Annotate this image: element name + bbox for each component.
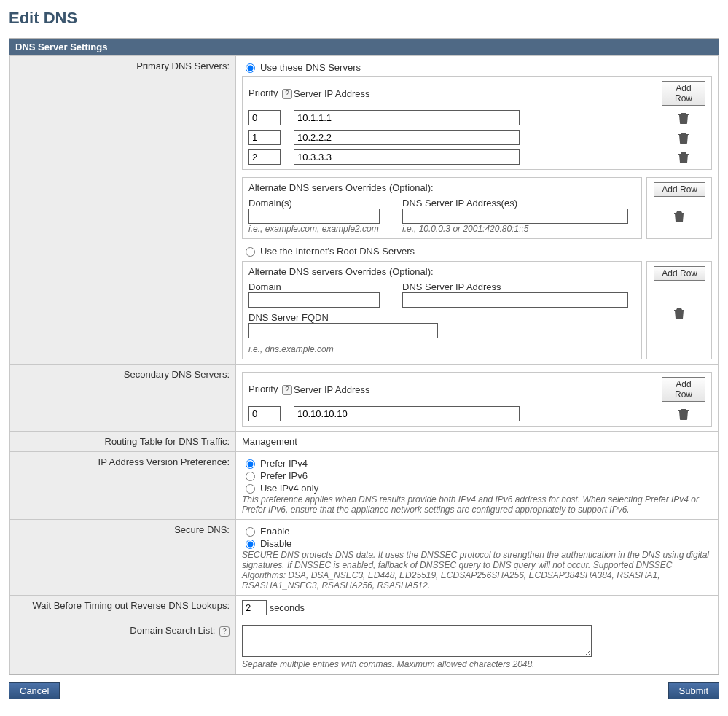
trash-icon[interactable] [674,211,684,222]
radio-use-these-dns-label: Use these DNS Servers [260,62,361,73]
label-wait-timeout: Wait Before Timing out Reverse DNS Looku… [10,596,236,620]
root-fqdn-input[interactable] [248,323,438,338]
alt-overrides-box: Alternate DNS servers Overrides (Optiona… [242,177,642,239]
timeout-input[interactable] [242,600,267,615]
alt-col-domains: Domain(s) [248,198,398,209]
label-domain-search: Domain Search List: [130,625,215,636]
dns-settings-panel: DNS Server Settings Primary DNS Servers:… [9,38,719,675]
col-server-ip: Server IP Address [294,88,527,99]
add-row-button[interactable]: Add Row [654,182,705,197]
page-title: Edit DNS [9,9,719,28]
root-col-domain: Domain [248,281,398,292]
server-ip-input[interactable] [294,110,520,125]
domain-search-hint: Separate multiple entries with commas. M… [242,659,712,669]
trash-icon[interactable] [678,152,689,163]
root-ip-input[interactable] [402,292,628,308]
help-icon[interactable]: ? [282,385,292,395]
alt-col-ips: DNS Server IP Address(es) [402,198,635,209]
submit-button[interactable]: Submit [668,682,719,699]
radio-secure-disable-label: Disable [260,538,291,549]
radio-secure-enable[interactable] [246,527,255,537]
root-domain-input[interactable] [248,292,380,308]
col-server-ip: Server IP Address [294,384,527,395]
radio-ipv4-only[interactable] [246,484,255,494]
radio-use-these-dns[interactable] [246,63,255,73]
trash-icon[interactable] [678,132,689,144]
alt-hint-ips: i.e., 10.0.0.3 or 2001:420:80:1::5 [402,224,635,234]
help-icon[interactable]: ? [282,89,292,99]
routing-value: Management [236,432,719,452]
col-priority: Priority [248,384,278,394]
help-icon[interactable]: ? [219,626,230,637]
label-routing: Routing Table for DNS Traffic: [10,432,236,452]
priority-input[interactable] [248,110,281,125]
radio-secure-disable[interactable] [246,540,255,549]
radio-prefer-ipv6-label: Prefer IPv6 [260,470,308,481]
alt-domains-input[interactable] [248,209,380,224]
label-ip-pref: IP Address Version Preference: [10,452,236,520]
primary-dns-box: Priority ? Server IP Address Add Row [242,76,712,170]
alt-hint-domains: i.e., example.com, example2.com [248,224,398,234]
alt-overrides-header: Alternate DNS servers Overrides (Optiona… [248,182,635,193]
radio-root-dns[interactable] [246,247,255,257]
radio-prefer-ipv6[interactable] [246,472,255,481]
trash-icon[interactable] [678,408,689,420]
add-row-button[interactable]: Add Row [662,377,705,402]
priority-input[interactable] [248,406,281,421]
radio-prefer-ipv4[interactable] [246,459,255,469]
col-priority: Priority [248,87,278,98]
domain-search-textarea[interactable] [242,625,592,657]
panel-header: DNS Server Settings [9,39,719,55]
radio-ipv4-only-label: Use IPv4 only [260,483,318,494]
radio-root-dns-label: Use the Internet's Root DNS Servers [260,246,415,257]
root-col-fqdn: DNS Server FQDN [248,312,635,323]
ip-pref-hint: This preference applies when DNS results… [242,494,712,515]
priority-input[interactable] [248,149,281,165]
alt-ips-input[interactable] [402,209,628,224]
label-secondary-dns: Secondary DNS Servers: [10,365,236,432]
server-ip-input[interactable] [294,130,520,145]
trash-icon[interactable] [678,112,689,124]
server-ip-input[interactable] [294,406,520,421]
server-ip-input[interactable] [294,149,520,165]
label-secure-dns: Secure DNS: [10,520,236,596]
root-alt-header: Alternate DNS servers Overrides (Optiona… [248,266,635,277]
radio-prefer-ipv4-label: Prefer IPv4 [260,458,308,469]
add-row-button[interactable]: Add Row [662,81,705,106]
cancel-button[interactable]: Cancel [9,682,60,699]
trash-icon[interactable] [674,308,684,319]
root-col-ip: DNS Server IP Address [402,281,635,292]
add-row-button[interactable]: Add Row [654,266,705,281]
root-alt-box: Alternate DNS servers Overrides (Optiona… [242,261,642,359]
radio-secure-enable-label: Enable [260,526,289,537]
root-hint-fqdn: i.e., dns.example.com [248,344,635,354]
timeout-unit: seconds [270,602,305,613]
priority-input[interactable] [248,130,281,145]
label-primary-dns: Primary DNS Servers: [10,56,236,365]
secure-dns-hint: SECURE DNS protects DNS data. It uses th… [242,550,712,591]
